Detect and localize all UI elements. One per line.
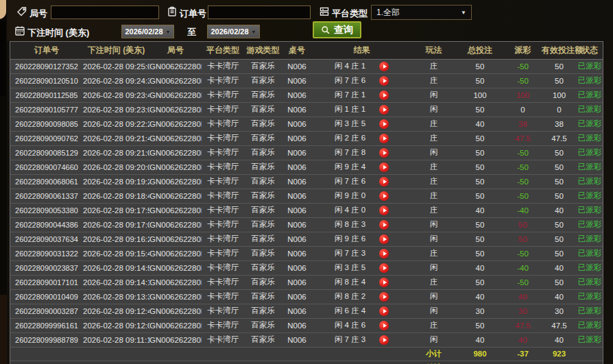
replay-play-button[interactable] [379,321,389,330]
header-game-type: 游戏类型 [244,42,282,59]
table-row: 260228090105777 2026-02-28 09:23:05 GN00… [10,102,603,117]
bet-time-cell: 2026-02-28 09:15:45 [83,246,149,260]
play-icon [383,338,387,342]
replay-play-button[interactable] [379,90,389,100]
replay-play-button[interactable] [379,134,389,143]
game-no-cell: GN006262280KZ [149,232,202,246]
replay-play-button[interactable] [379,206,389,215]
platform-cell: 卡卡湾厅 [202,160,244,174]
order-no-cell: 260228090044386 [10,217,83,232]
payout-cell: 50 [504,232,542,246]
game-no-input[interactable] [51,5,159,19]
status-cell: 已派彩 [577,217,603,232]
payout-cell: -50 [504,59,542,73]
replay-play-button[interactable] [379,148,389,158]
status-cell: 已派彩 [577,189,603,203]
replay-play-button[interactable] [379,278,389,287]
payout-cell: 40 [504,289,542,304]
replay-play-button[interactable] [379,62,389,71]
payout-cell: -50 [504,174,542,189]
bet-time-cell: 2026-02-28 09:13:33 [83,289,149,304]
total-bet-cell: 40 [456,117,504,131]
valid-bet-cell: 50 [542,160,577,174]
play-type-cell: 庄 [411,275,456,289]
table-no-cell: N006 [282,174,312,189]
game-type-cell: 百家乐 [244,189,282,203]
header-bet-time: 下注时间 (美东) [83,42,149,59]
replay-play-button[interactable] [379,306,389,316]
result-cell: 闲 9 庄 6 [312,232,411,246]
play-icon [383,280,387,284]
order-no-cell: 260228090098085 [10,117,83,131]
result-text: 闲 7 庄 1 [335,90,365,100]
replay-play-button[interactable] [379,177,389,186]
calendar-icon [14,25,25,36]
bet-time-cell: 2026-02-28 09:14:59 [83,260,149,275]
header-table-no: 桌号 [282,42,312,59]
date-from-picker[interactable]: 2026/02/28 ▼ [121,25,174,38]
valid-bet-cell: 40 [542,203,577,217]
result-text: 闲 8 庄 2 [335,291,365,302]
replay-play-button[interactable] [379,162,389,172]
total-bet-cell: 50 [456,174,504,189]
order-no-cell: 260228090003287 [10,304,83,318]
table-row: 260228090010409 2026-02-28 09:13:33 GN00… [10,289,603,304]
replay-play-button[interactable] [379,249,389,258]
order-no-label: 订单号 [180,8,206,20]
total-valid: 1088.5 [542,361,577,364]
header-game-no: 局号 [149,42,202,59]
replay-play-button[interactable] [379,76,389,86]
valid-bet-cell: 38 [542,117,577,131]
result-text: 闲 8 庄 3 [335,219,365,230]
replay-play-button[interactable] [379,292,389,302]
header-payout: 派彩 [504,42,542,59]
platform-select[interactable]: 1.全部 ▼ [371,5,472,20]
total-bet-cell: 40 [456,289,504,304]
filter-bar: 局号 订单号 平台类型 1.全部 ▼ 下注时间 (美东) 2026/02/28 … [7,0,613,41]
bet-records-table: 订单号 下注时间 (美东) 局号 平台类型 游戏类型 桌号 结果 玩法 总投注 … [10,41,603,364]
replay-play-button[interactable] [379,234,389,244]
table-row: 260228090120510 2026-02-28 09:24:34 GN00… [10,73,603,88]
result-text: 闲 7 庄 8 [335,147,365,158]
bet-time-cell: 2026-02-28 09:20:00 [83,160,149,174]
platform-cell: 卡卡湾厅 [202,145,244,160]
result-cell: 闲 7 庄 6 [312,73,411,88]
platform-cell: 卡卡湾厅 [202,289,244,304]
replay-play-button[interactable] [379,105,389,114]
table-no-cell: N006 [282,318,312,332]
order-no-input[interactable] [208,5,311,19]
game-type-cell: 百家乐 [244,145,282,160]
table-body: 260228090127352 2026-02-28 09:25:09 GN00… [10,59,603,347]
game-type-cell: 百家乐 [244,332,282,347]
game-no-cell: GN006262280KY [149,246,202,260]
valid-bet-cell: 0 [542,102,577,117]
table-row: 260228090098085 2026-02-28 09:22:23 GN00… [10,117,603,131]
valid-bet-cell: 40 [542,289,577,304]
total-bet-cell: 50 [456,318,504,332]
date-to-picker[interactable]: 2026/02/28 ▼ [207,25,260,38]
result-cell: 闲 1 庄 1 [312,102,411,117]
table-row: 260228090031322 2026-02-28 09:15:45 GN00… [10,246,603,260]
replay-play-button[interactable] [379,191,389,201]
platform-cell: 卡卡湾厅 [202,174,244,189]
bet-time-cell: 2026-02-28 09:23:05 [83,102,149,117]
replay-play-button[interactable] [379,263,389,273]
status-cell: 已派彩 [577,88,603,102]
result-cell: 闲 6 庄 4 [312,304,411,318]
replay-play-button[interactable] [379,335,389,345]
order-no-cell: 260228090127352 [10,59,83,73]
total-bet-cell: 40 [456,203,504,217]
result-cell: 闲 7 庄 8 [312,145,411,160]
payout-cell: 100 [504,88,542,102]
game-type-cell: 百家乐 [244,203,282,217]
search-button[interactable]: 查询 [313,21,361,38]
payout-cell: -50 [504,160,542,174]
status-cell: 已派彩 [577,145,603,160]
valid-bet-cell: 47.5 [542,318,577,332]
replay-play-button[interactable] [379,220,389,230]
game-no-cell: GN006262280L0 [149,217,202,232]
play-icon [383,93,387,97]
result-text: 闲 9 庄 4 [335,162,365,172]
replay-play-button[interactable] [379,119,389,129]
table-no-cell: N006 [282,59,312,73]
